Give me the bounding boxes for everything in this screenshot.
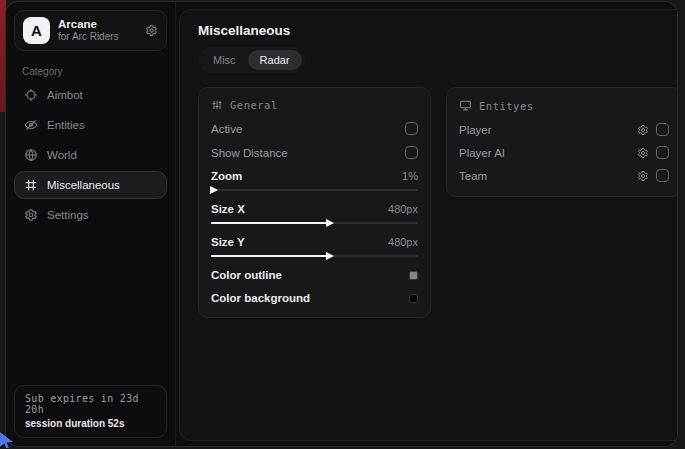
size-y-slider-row: Size Y 480px (211, 236, 418, 257)
size-y-slider-thumb[interactable] (326, 252, 334, 260)
active-row: Active (211, 122, 418, 135)
color-outline-row: Color outline (211, 269, 418, 281)
zoom-slider[interactable] (211, 189, 418, 191)
entities-card-header: Entityes (459, 99, 669, 112)
sidebar-item-aimbot[interactable]: Aimbot (14, 81, 167, 109)
main-panel: Miscellaneous Misc Radar General Active (179, 9, 678, 441)
color-background-row: Color background (211, 292, 418, 304)
brand-name: Arcane (58, 18, 137, 31)
main-area: Miscellaneous Misc Radar General Active (176, 2, 678, 446)
entity-label: Team (459, 170, 487, 182)
entity-row-player-ai: Player AI (459, 146, 669, 159)
entity-gear-icon[interactable] (637, 170, 649, 182)
sliders-icon (211, 99, 223, 111)
subscription-card: Sub expires in 23d 20h session duration … (14, 385, 167, 438)
grid-icon (24, 178, 38, 192)
brand-text: Arcane for Arc Riders (58, 18, 137, 43)
entity-label: Player AI (459, 147, 505, 159)
sidebar-nav: Aimbot Entities World Miscellaneous (14, 81, 167, 231)
sub-expiry-text: Sub expires in 23d 20h (25, 393, 156, 415)
sidebar-item-label: Miscellaneous (47, 179, 120, 191)
color-outline-label: Color outline (211, 269, 282, 281)
active-label: Active (211, 123, 242, 135)
size-x-value: 480px (388, 203, 418, 215)
entity-row-team: Team (459, 169, 669, 182)
color-background-swatch[interactable] (409, 294, 418, 303)
size-x-label: Size X (211, 203, 245, 215)
cards-row: General Active Show Distance Zoom 1% (198, 87, 678, 318)
entity-checkbox[interactable] (656, 146, 669, 159)
size-x-slider-row: Size X 480px (211, 203, 418, 224)
entities-icon (24, 118, 38, 132)
entities-card: Entityes Player Player AI (446, 87, 678, 197)
sidebar-item-settings[interactable]: Settings (14, 201, 167, 229)
sidebar: A Arcane for Arc Riders Category Aimbot (6, 2, 176, 446)
app-window: A Arcane for Arc Riders Category Aimbot (5, 1, 678, 447)
sidebar-item-world[interactable]: World (14, 141, 167, 169)
entity-gear-icon[interactable] (637, 124, 649, 136)
active-checkbox[interactable] (405, 122, 418, 135)
brand-logo: A (23, 17, 50, 44)
entity-row-player: Player (459, 123, 669, 136)
zoom-slider-row: Zoom 1% (211, 170, 418, 191)
zoom-value: 1% (402, 170, 418, 182)
zoom-slider-thumb[interactable] (210, 186, 218, 194)
show-distance-checkbox[interactable] (405, 146, 418, 159)
page-title: Miscellaneous (198, 23, 678, 38)
sidebar-item-label: Entities (47, 119, 85, 131)
sidebar-item-entities[interactable]: Entities (14, 111, 167, 139)
brand-card: A Arcane for Arc Riders (14, 10, 167, 51)
color-background-label: Color background (211, 292, 310, 304)
show-distance-row: Show Distance (211, 146, 418, 159)
entity-checkbox[interactable] (656, 169, 669, 182)
sidebar-item-label: World (47, 149, 77, 161)
monitor-icon (459, 99, 472, 112)
category-label: Category (22, 66, 167, 77)
tab-bar: Misc Radar (198, 47, 305, 73)
show-distance-label: Show Distance (211, 147, 288, 159)
sidebar-item-miscellaneous[interactable]: Miscellaneous (14, 171, 167, 199)
entities-card-title: Entityes (479, 100, 534, 112)
entity-checkbox[interactable] (656, 123, 669, 136)
general-card: General Active Show Distance Zoom 1% (198, 87, 431, 318)
color-outline-swatch[interactable] (409, 271, 418, 280)
tab-radar[interactable]: Radar (248, 50, 302, 70)
sidebar-item-label: Aimbot (47, 89, 83, 101)
session-duration-text: session duration 52s (25, 418, 156, 429)
general-card-header: General (211, 99, 418, 111)
globe-icon (24, 148, 38, 162)
gear-icon (24, 208, 38, 222)
size-y-label: Size Y (211, 236, 245, 248)
sidebar-item-label: Settings (47, 209, 89, 221)
brand-gear-icon[interactable] (145, 24, 158, 37)
zoom-label: Zoom (211, 170, 242, 182)
brand-subtitle: for Arc Riders (58, 31, 137, 43)
size-y-value: 480px (388, 236, 418, 248)
entity-label: Player (459, 124, 492, 136)
entity-gear-icon[interactable] (637, 147, 649, 159)
size-x-slider[interactable] (211, 222, 418, 224)
crosshair-icon (24, 88, 38, 102)
tab-misc[interactable]: Misc (201, 50, 248, 70)
size-x-slider-thumb[interactable] (326, 219, 334, 227)
general-card-title: General (230, 99, 278, 111)
size-y-slider[interactable] (211, 255, 418, 257)
